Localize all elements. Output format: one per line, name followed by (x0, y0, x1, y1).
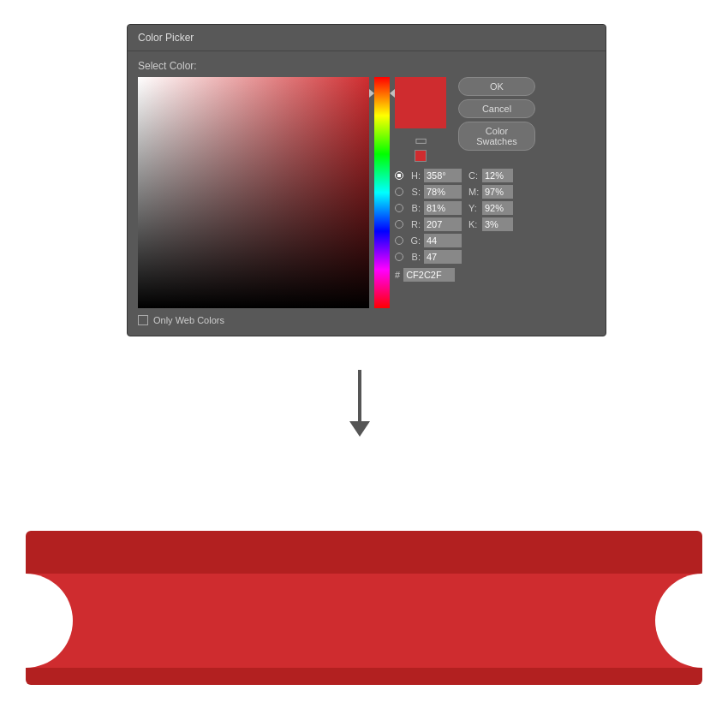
ticket-container (26, 531, 702, 685)
select-color-label: Select Color: (138, 60, 595, 72)
spectrum-wrap (374, 77, 390, 308)
cube-icon: ▭ (413, 132, 428, 147)
spectrum-slider[interactable] (374, 77, 390, 308)
r-label: R: (407, 219, 421, 229)
ticket-bottom (26, 668, 702, 685)
c-label: C: (468, 170, 479, 181)
only-web-colors-label: Only Web Colors (153, 315, 224, 325)
hash-row: # (395, 268, 462, 282)
only-web-colors-checkbox[interactable] (138, 315, 148, 325)
arrow-shaft (358, 370, 361, 421)
c-input[interactable] (482, 169, 513, 182)
m-label: M: (468, 187, 479, 197)
b2-radio[interactable] (395, 253, 403, 261)
h-label: H: (407, 170, 421, 181)
preview-and-fields: ▭ OK Cancel Color Swatches (395, 77, 535, 282)
ticket-top (26, 531, 702, 574)
r-row: R: (395, 217, 462, 231)
gradient-canvas[interactable] (138, 77, 369, 308)
dialog-titlebar: Color Picker (128, 25, 606, 51)
fields-panel: H: S: B: (395, 169, 535, 282)
color-preview-box (395, 77, 446, 128)
s-input[interactable] (424, 185, 462, 199)
b-input[interactable] (424, 201, 462, 215)
arrow-head (349, 421, 370, 437)
picker-main-area: ▭ OK Cancel Color Swatches (138, 77, 595, 308)
m-input[interactable] (482, 185, 513, 199)
hsb-rgb-col: H: S: B: (395, 169, 462, 282)
hash-symbol: # (395, 270, 400, 280)
hash-input[interactable] (403, 268, 455, 282)
y-row: Y: (468, 201, 513, 215)
g-row: G: (395, 234, 462, 247)
dialog-title: Color Picker (138, 32, 194, 44)
h-input[interactable] (424, 169, 462, 182)
y-label: Y: (468, 203, 479, 213)
ticket-cutout-right (655, 574, 702, 668)
ticket-shape (26, 531, 702, 685)
down-arrow-container (349, 370, 370, 437)
ticket-middle-center (73, 574, 655, 668)
ticket-middle (26, 574, 702, 668)
c-row: C: (468, 169, 513, 182)
k-label: K: (468, 219, 479, 229)
color-picker-dialog: Color Picker Select Color: (127, 24, 606, 336)
y-input[interactable] (482, 201, 513, 215)
g-input[interactable] (424, 234, 462, 247)
spectrum-arrow-right (390, 89, 395, 98)
b-label: B: (407, 203, 421, 213)
g-label: G: (407, 235, 421, 246)
s-radio[interactable] (395, 187, 403, 196)
s-row: S: (395, 185, 462, 199)
h-radio[interactable] (395, 171, 403, 180)
k-row: K: (468, 217, 513, 231)
ok-button[interactable]: OK (458, 77, 535, 96)
b2-row: B: (395, 250, 462, 264)
r-input[interactable] (424, 217, 462, 231)
cmyk-col: C: M: Y: K: (468, 169, 513, 282)
dialog-body: Select Color: ▭ (128, 51, 606, 336)
buttons-panel: OK Cancel Color Swatches (458, 77, 535, 151)
ticket-cutout-left (26, 574, 73, 668)
cancel-button[interactable]: Cancel (458, 99, 535, 118)
k-input[interactable] (482, 217, 513, 231)
h-row: H: (395, 169, 462, 182)
web-colors-row: Only Web Colors (138, 315, 595, 325)
b-radio[interactable] (395, 204, 403, 212)
b2-label: B: (407, 252, 421, 262)
s-label: S: (407, 187, 421, 197)
color-swatches-button[interactable]: Color Swatches (458, 122, 535, 151)
alert-square (415, 150, 427, 162)
top-preview-row: ▭ OK Cancel Color Swatches (395, 77, 535, 162)
g-radio[interactable] (395, 236, 403, 245)
spectrum-arrow-left (369, 89, 374, 98)
r-radio[interactable] (395, 220, 403, 229)
b2-input[interactable] (424, 250, 462, 264)
b-row: B: (395, 201, 462, 215)
m-row: M: (468, 185, 513, 199)
